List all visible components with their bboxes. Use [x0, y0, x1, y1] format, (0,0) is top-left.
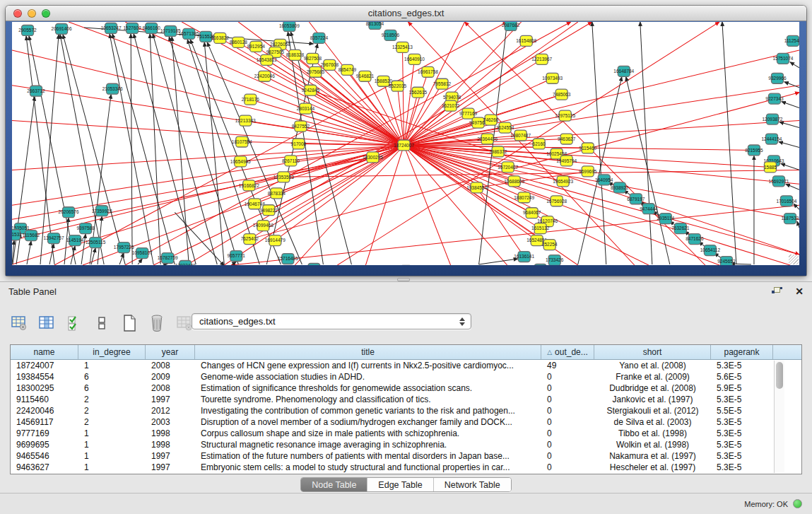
- graph-node[interactable]: 917008: [291, 139, 307, 149]
- table-row[interactable]: 977716911998Corpus callosum shape and si…: [11, 428, 801, 439]
- column-header-pagerank[interactable]: pagerank: [711, 345, 773, 359]
- table-row[interactable]: 946362711997Embryonic stem cells: a mode…: [11, 462, 801, 473]
- citation-graph[interactable]: 18724007 2905572 20691406 10653247 15276…: [12, 22, 799, 265]
- graph-node[interactable]: 1112544: [784, 35, 799, 46]
- graph-node[interactable]: 8357224: [310, 33, 329, 43]
- graph-node[interactable]: 9227343: [765, 93, 784, 104]
- graph-node[interactable]: 8854749: [339, 64, 357, 75]
- graph-node[interactable]: 21053346: [102, 83, 123, 94]
- table-row[interactable]: 1456911722003Disruption of a novel membe…: [11, 416, 801, 428]
- graph-node[interactable]: 10654112: [700, 245, 721, 256]
- graph-node[interactable]: 2718176: [242, 94, 260, 105]
- graph-node[interactable]: 3624554: [496, 122, 514, 133]
- graph-node[interactable]: 8267110: [282, 156, 300, 166]
- table-vertical-scrollbar[interactable]: [774, 361, 784, 473]
- table-row[interactable]: 2242004622012Investigating the contribut…: [11, 405, 801, 416]
- graph-node[interactable]: 12213967: [531, 54, 552, 64]
- graph-node[interactable]: 9657771: [228, 251, 246, 262]
- graph-node[interactable]: 8186328: [286, 49, 305, 60]
- graph-node[interactable]: 8522035: [389, 81, 407, 91]
- close-panel-icon[interactable]: ✕: [795, 286, 804, 296]
- column-header-year[interactable]: year: [146, 345, 195, 359]
- graph-node[interactable]: 1145194: [66, 235, 84, 246]
- graph-node[interactable]: 9827508: [304, 53, 322, 64]
- graph-node[interactable]: [308, 264, 320, 265]
- graph-node[interactable]: [534, 264, 546, 265]
- graph-node[interactable]: 9115460: [579, 143, 596, 153]
- graph-node[interactable]: 8878334: [268, 188, 286, 199]
- graph-node[interactable]: 16914479: [265, 235, 286, 246]
- tab-edge-table[interactable]: Edge Table: [367, 478, 433, 491]
- graph-node[interactable]: 8938922: [611, 182, 629, 193]
- graph-node[interactable]: 8466160: [143, 23, 161, 33]
- panel-divider-handle[interactable]: [397, 278, 410, 281]
- graph-node[interactable]: 2905572: [18, 25, 37, 35]
- graph-node[interactable]: 8471626: [686, 234, 704, 245]
- resize-grip[interactable]: [789, 255, 799, 264]
- graph-node[interactable]: 2967608: [321, 59, 339, 70]
- graph-node[interactable]: 252254: [542, 240, 558, 250]
- graph-node[interactable]: 9329966: [768, 73, 787, 83]
- graph-node[interactable]: 7955812: [433, 78, 452, 89]
- rows-icon[interactable]: [93, 314, 111, 332]
- graph-node[interactable]: 2087682: [502, 22, 520, 30]
- graph-node[interactable]: 16648784: [613, 66, 634, 76]
- graph-node[interactable]: 16756928: [546, 196, 567, 206]
- table-row[interactable]: 911546021997Tourette syndrome. Phenomeno…: [11, 394, 801, 405]
- delete-table-icon[interactable]: [148, 314, 166, 332]
- graph-node[interactable]: 12353593: [273, 172, 294, 182]
- graph-node[interactable]: 1562615: [409, 87, 428, 98]
- graph-node[interactable]: 15885: [764, 162, 777, 173]
- graph-node[interactable]: 10973493: [542, 73, 563, 83]
- select-all-icon[interactable]: [65, 314, 83, 332]
- column-header-short[interactable]: short: [594, 345, 711, 359]
- graph-node[interactable]: 7632621: [671, 223, 690, 234]
- graph-node[interactable]: 746266: [483, 115, 499, 125]
- column-header-title[interactable]: title: [195, 345, 541, 359]
- graph-node[interactable]: 8813054: [366, 22, 384, 29]
- graph-node[interactable]: 2975685: [307, 66, 325, 77]
- column-header-in-degree[interactable]: in_degree: [78, 345, 146, 359]
- graph-node[interactable]: 10653247: [101, 23, 122, 33]
- column-header-name[interactable]: name: [11, 345, 78, 359]
- graph-node[interactable]: 10719185: [160, 25, 181, 36]
- graph-node[interactable]: 18107554: [232, 136, 252, 147]
- table-row[interactable]: 946554611997Estimation of the future num…: [11, 450, 801, 462]
- graph-node[interactable]: 10654945: [230, 156, 251, 167]
- graph-node[interactable]: 12213343: [235, 115, 256, 126]
- graph-node[interactable]: 15692971: [769, 176, 789, 187]
- table-settings-icon[interactable]: [10, 314, 28, 332]
- new-table-icon[interactable]: [120, 314, 139, 332]
- table-row[interactable]: 1938455462009Genome-wide association stu…: [11, 371, 801, 382]
- graph-node[interactable]: 9463627: [558, 134, 576, 144]
- graph-node[interactable]: 8215955: [745, 145, 763, 156]
- graph-node[interactable]: 2935114: [657, 214, 674, 224]
- graph-node[interactable]: 8912954: [247, 41, 266, 52]
- graph-node[interactable]: 20691406: [52, 23, 72, 34]
- graph-node[interactable]: 16136141: [514, 252, 534, 262]
- graph-node[interactable]: 19384554: [466, 182, 487, 193]
- network-canvas[interactable]: 18724007 2905572 20691406 10653247 15276…: [12, 22, 799, 265]
- graph-node[interactable]: 7485063: [553, 89, 571, 100]
- graph-node[interactable]: 1527602: [124, 23, 142, 33]
- graph-node[interactable]: 10807487: [510, 130, 531, 141]
- graph-node[interactable]: 2663712: [27, 86, 45, 96]
- graph-node[interactable]: 17016504: [777, 196, 797, 206]
- graph-node[interactable]: 1187533: [782, 214, 799, 224]
- graph-node[interactable]: 9498222: [260, 205, 278, 216]
- table-row[interactable]: 1830029562008Estimation of significance …: [11, 382, 801, 394]
- graph-node[interactable]: 1115682: [23, 230, 40, 241]
- scrollbar-thumb[interactable]: [776, 362, 783, 389]
- graph-node[interactable]: 62160: [533, 139, 546, 149]
- graph-node[interactable]: 16154808: [516, 35, 536, 46]
- graph-node[interactable]: 1733426: [546, 255, 564, 265]
- graph-node[interactable]: 13942757: [44, 233, 64, 244]
- table-row[interactable]: 1872400712008Changes of HCN gene express…: [11, 360, 801, 371]
- graph-node[interactable]: 9146821: [356, 71, 375, 81]
- column-header-out-degree[interactable]: △out_de...: [541, 345, 594, 359]
- graph-node[interactable]: 15716485: [278, 254, 298, 264]
- graph-node[interactable]: 16640910: [404, 54, 425, 64]
- tab-network-table[interactable]: Network Table: [434, 478, 511, 491]
- table-selector-dropdown[interactable]: citations_edges.txt: [192, 313, 471, 329]
- graph-node[interactable]: 12325413: [392, 42, 413, 52]
